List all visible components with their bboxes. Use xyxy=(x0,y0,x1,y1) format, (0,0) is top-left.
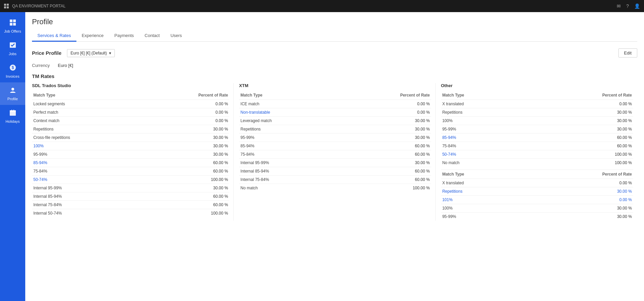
match-type-cell: 95-99% xyxy=(441,213,524,221)
match-type-cell: X translated xyxy=(441,100,524,108)
sdl-trados-column: SDL Trados Studio Match Type Percent of … xyxy=(32,83,234,221)
other-match-type-header-1: Match Type xyxy=(441,91,524,100)
help-icon[interactable]: ? xyxy=(626,3,629,9)
page-title: Profile xyxy=(32,17,637,26)
match-type-cell: 85-94% xyxy=(239,142,337,150)
table-row: 75-84%60.00 % xyxy=(32,167,229,176)
percent-cell: 60.00 % xyxy=(140,159,229,167)
match-type-cell: Internal 95-99% xyxy=(32,184,140,192)
svg-rect-3 xyxy=(13,23,16,26)
match-type-cell: Non-translatable xyxy=(239,108,337,117)
table-row: Perfect match0.00 % xyxy=(32,108,229,117)
table-row: Repetitions30.00 % xyxy=(441,187,633,196)
table-row: Repetitions30.00 % xyxy=(32,125,229,134)
sidebar-item-invoices-label: Invoices xyxy=(6,74,19,78)
match-type-cell: Internal 75-84% xyxy=(32,201,140,209)
sidebar-item-job-offers[interactable]: Job Offers xyxy=(0,15,25,37)
sidebar-item-profile[interactable]: Profile xyxy=(0,82,25,105)
match-type-cell: 75-84% xyxy=(239,150,337,159)
match-type-cell: 95-99% xyxy=(239,134,337,142)
percent-cell: 0.00 % xyxy=(524,100,633,108)
table-row: 101%0.00 % xyxy=(441,196,633,204)
sidebar-item-invoices[interactable]: $ Invoices xyxy=(0,60,25,82)
match-type-cell: Internal 75-84% xyxy=(239,176,337,184)
match-type-cell: No match xyxy=(239,184,337,192)
sdl-trados-col-title: SDL Trados Studio xyxy=(32,83,229,88)
percent-cell: 60.00 % xyxy=(337,142,431,150)
percent-cell: 30.00 % xyxy=(524,125,633,134)
match-type-cell: X translated xyxy=(441,179,524,187)
match-type-cell: Locked segments xyxy=(32,100,140,108)
percent-cell: 30.00 % xyxy=(337,125,431,134)
chevron-down-icon: ▾ xyxy=(109,51,111,55)
percent-cell: 100.00 % xyxy=(524,159,633,167)
tab-services-rates[interactable]: Services & Rates xyxy=(32,30,76,42)
table-row: 95-99%30.00 % xyxy=(239,134,431,142)
match-type-cell: Leveraged match xyxy=(239,117,337,125)
match-type-cell: Internal 50-74% xyxy=(32,209,140,218)
match-type-cell: 85-94% xyxy=(441,134,524,142)
percent-cell: 30.00 % xyxy=(140,134,229,142)
match-type-cell: Internal 85-94% xyxy=(32,192,140,201)
percent-cell: 60.00 % xyxy=(140,192,229,201)
invoices-icon: $ xyxy=(9,64,16,73)
sidebar-item-holidays[interactable]: Holidays xyxy=(0,105,25,127)
rates-grid: SDL Trados Studio Match Type Percent of … xyxy=(32,83,637,221)
price-profile-dropdown[interactable]: Euro [€] [€] (Default) ▾ xyxy=(67,49,115,57)
mail-icon[interactable]: ✉ xyxy=(617,3,621,9)
percent-cell: 0.00 % xyxy=(524,196,633,204)
match-type-cell: 50-74% xyxy=(441,150,524,159)
match-type-cell: 95-99% xyxy=(441,125,524,134)
xtm-percent-header: Percent of Rate xyxy=(337,91,431,100)
percent-cell: 30.00 % xyxy=(524,213,633,221)
percent-cell: 30.00 % xyxy=(140,150,229,159)
percent-cell: 60.00 % xyxy=(337,167,431,176)
job-offers-icon xyxy=(9,19,16,28)
table-row: 75-84%60.00 % xyxy=(239,150,431,159)
sdl-trados-table: Match Type Percent of Rate Locked segmen… xyxy=(32,91,229,217)
percent-cell: 30.00 % xyxy=(337,134,431,142)
match-type-cell: 100% xyxy=(441,204,524,213)
other-percent-header-1: Percent of Rate xyxy=(524,91,633,100)
table-row: ICE match0.00 % xyxy=(239,100,431,108)
top-nav-icons: ✉ ? 👤 xyxy=(617,3,640,9)
svg-text:$: $ xyxy=(11,65,14,70)
sidebar-item-jobs[interactable]: Jobs xyxy=(0,37,25,60)
table-row: X translated0.00 % xyxy=(441,179,633,187)
table-row: 100%30.00 % xyxy=(441,117,633,125)
table-row: 85-94%60.00 % xyxy=(441,134,633,142)
percent-cell: 30.00 % xyxy=(524,117,633,125)
grid-icon[interactable] xyxy=(4,4,9,8)
tabs: Services & Rates Experience Payments Con… xyxy=(32,30,637,42)
percent-cell: 0.00 % xyxy=(337,108,431,117)
other-table-1: Match Type Percent of Rate X translated0… xyxy=(441,91,633,167)
sidebar-item-holidays-label: Holidays xyxy=(5,119,20,123)
percent-cell: 30.00 % xyxy=(140,125,229,134)
tab-users[interactable]: Users xyxy=(165,30,187,42)
xtm-table: Match Type Percent of Rate ICE match0.00… xyxy=(239,91,431,192)
match-type-cell: Repetitions xyxy=(441,187,524,196)
table-row: Locked segments0.00 % xyxy=(32,100,229,108)
tab-contact[interactable]: Contact xyxy=(139,30,165,42)
tab-payments[interactable]: Payments xyxy=(109,30,139,42)
other-percent-header-2: Percent of Rate xyxy=(524,170,633,179)
percent-cell: 30.00 % xyxy=(524,187,633,196)
match-type-cell: No match xyxy=(441,159,524,167)
table-row: Internal 85-94%60.00 % xyxy=(239,167,431,176)
percent-cell: 30.00 % xyxy=(524,108,633,117)
percent-cell: 0.00 % xyxy=(337,100,431,108)
price-profile-left: Price Profile Euro [€] [€] (Default) ▾ xyxy=(32,49,115,57)
table-row: 100%30.00 % xyxy=(441,204,633,213)
xtm-match-type-header: Match Type xyxy=(239,91,337,100)
match-type-cell: Repetitions xyxy=(239,125,337,134)
percent-cell: 0.00 % xyxy=(140,100,229,108)
table-row: 75-84%60.00 % xyxy=(441,142,633,150)
user-icon[interactable]: 👤 xyxy=(634,3,640,9)
match-type-cell: 95-99% xyxy=(32,150,140,159)
page-header: Profile Services & Rates Experience Paym… xyxy=(25,12,644,42)
percent-cell: 100.00 % xyxy=(140,176,229,184)
edit-button[interactable]: Edit xyxy=(618,48,637,58)
percent-cell: 0.00 % xyxy=(140,117,229,125)
percent-cell: 60.00 % xyxy=(524,142,633,150)
tab-experience[interactable]: Experience xyxy=(76,30,109,42)
